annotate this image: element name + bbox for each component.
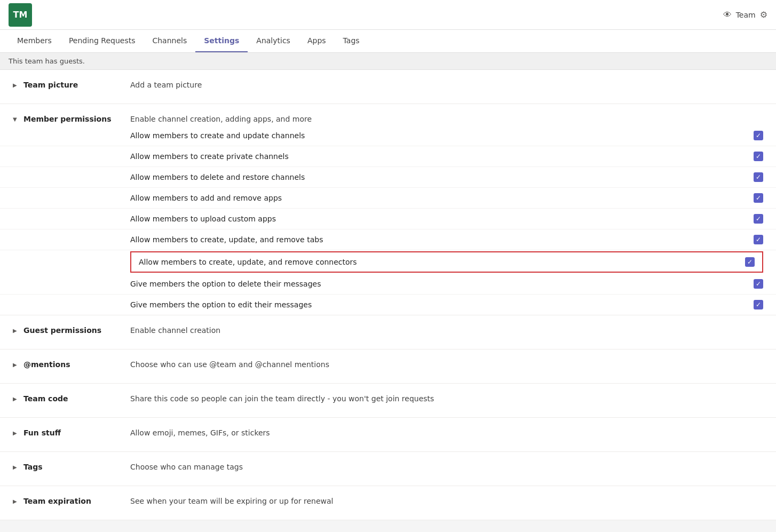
check-icon-5: ✓ (756, 215, 761, 223)
team-picture-title: Team picture (23, 81, 78, 89)
team-code-toggle[interactable]: ▶ Team code (13, 394, 130, 403)
section-team-picture: ▶ Team picture Add a team picture (0, 70, 776, 104)
tab-analytics[interactable]: Analytics (248, 30, 299, 52)
member-permissions-title: Member permissions (23, 115, 112, 123)
check-icon-9: ✓ (756, 301, 761, 308)
mentions-toggle[interactable]: ▶ @mentions (13, 360, 130, 369)
perm-checkbox-7[interactable]: ✓ (745, 257, 755, 267)
perm-checkbox-1[interactable]: ✓ (754, 131, 763, 140)
guest-permissions-toggle[interactable]: ▶ Guest permissions (13, 326, 130, 335)
main-content: ▶ Team picture Add a team picture ▼ Memb… (0, 70, 776, 520)
arrow-right-icon-guest: ▶ (13, 328, 19, 334)
arrow-right-icon: ▶ (13, 82, 19, 88)
app-header: TM 👁 Team ⚙ (0, 0, 776, 30)
perm-row-7: Allow members to create, update, and rem… (130, 251, 763, 273)
check-icon-2: ✓ (756, 153, 761, 160)
check-icon-4: ✓ (756, 194, 761, 202)
check-icon-7: ✓ (747, 258, 753, 266)
arrow-right-icon-teamcode: ▶ (13, 396, 19, 402)
avatar[interactable]: TM (9, 3, 32, 27)
arrow-right-icon-funstuff: ▶ (13, 430, 19, 436)
perm-row-4: Allow members to add and remove apps ✓ (0, 188, 776, 209)
team-picture-toggle[interactable]: ▶ Team picture (13, 81, 130, 89)
perm-label-8: Give members the option to delete their … (130, 280, 754, 288)
perm-label-3: Allow members to delete and restore chan… (130, 173, 754, 181)
perm-checkbox-2[interactable]: ✓ (754, 152, 763, 161)
perm-checkbox-6[interactable]: ✓ (754, 235, 763, 244)
tab-apps[interactable]: Apps (299, 30, 335, 52)
perm-label-5: Allow members to upload custom apps (130, 215, 754, 223)
perm-label-4: Allow members to add and remove apps (130, 194, 754, 202)
team-expiration-toggle[interactable]: ▶ Team expiration (13, 497, 130, 505)
fun-stuff-toggle[interactable]: ▶ Fun stuff (13, 428, 130, 437)
fun-stuff-description: Allow emoji, memes, GIFs, or stickers (130, 428, 763, 437)
header-right: 👁 Team ⚙ (723, 10, 767, 20)
perm-row-3: Allow members to delete and restore chan… (0, 167, 776, 188)
arrow-right-icon-mentions: ▶ (13, 362, 19, 368)
tab-pending-requests[interactable]: Pending Requests (60, 30, 144, 52)
team-picture-description: Add a team picture (130, 81, 763, 89)
perm-label-1: Allow members to create and update chann… (130, 131, 754, 140)
perm-label-9: Give members the option to edit their me… (130, 300, 754, 309)
guest-permissions-title: Guest permissions (23, 326, 101, 335)
team-label: Team (736, 11, 756, 19)
member-permissions-toggle[interactable]: ▼ Member permissions (13, 115, 130, 123)
mentions-title: @mentions (23, 360, 70, 369)
perm-row-6: Allow members to create, update, and rem… (0, 229, 776, 250)
check-icon-3: ✓ (756, 173, 761, 181)
mentions-description: Choose who can use @team and @channel me… (130, 360, 763, 369)
tags-description: Choose who can manage tags (130, 463, 763, 471)
perm-label-7: Allow members to create, update, and rem… (139, 258, 745, 266)
perm-checkbox-3[interactable]: ✓ (754, 172, 763, 182)
guest-permissions-description: Enable channel creation (130, 326, 763, 335)
notice-text: This team has guests. (9, 57, 85, 65)
notice-bar: This team has guests. (0, 53, 776, 70)
section-tags: ▶ Tags Choose who can manage tags (0, 452, 776, 486)
section-mentions: ▶ @mentions Choose who can use @team and… (0, 350, 776, 384)
tab-channels[interactable]: Channels (144, 30, 195, 52)
tags-title: Tags (23, 463, 43, 471)
member-permissions-description: Enable channel creation, adding apps, an… (130, 115, 763, 123)
nav-tabs: Members Pending Requests Channels Settin… (0, 30, 776, 53)
section-member-permissions-header: ▼ Member permissions Enable channel crea… (0, 104, 776, 125)
team-expiration-description: See when your team will be expiring or u… (130, 497, 763, 505)
perm-row-5: Allow members to upload custom apps ✓ (0, 209, 776, 229)
perm-checkbox-4[interactable]: ✓ (754, 193, 763, 203)
section-fun-stuff: ▶ Fun stuff Allow emoji, memes, GIFs, or… (0, 418, 776, 452)
perm-row-9: Give members the option to edit their me… (0, 295, 776, 315)
team-code-description: Share this code so people can join the t… (130, 394, 763, 403)
perm-row-1: Allow members to create and update chann… (0, 125, 776, 146)
tags-toggle[interactable]: ▶ Tags (13, 463, 130, 471)
perm-checkbox-5[interactable]: ✓ (754, 214, 763, 224)
check-icon-8: ✓ (756, 280, 761, 288)
settings-icon[interactable]: ⚙ (760, 10, 767, 20)
perm-checkbox-8[interactable]: ✓ (754, 279, 763, 289)
check-icon-1: ✓ (756, 132, 761, 139)
arrow-down-icon: ▼ (13, 116, 19, 122)
fun-stuff-title: Fun stuff (23, 428, 61, 437)
perm-row-8: Give members the option to delete their … (0, 274, 776, 295)
member-permissions-subitems: Allow members to create and update chann… (0, 125, 776, 315)
perm-label-2: Allow members to create private channels (130, 152, 754, 161)
section-team-code: ▶ Team code Share this code so people ca… (0, 384, 776, 418)
section-guest-permissions: ▶ Guest permissions Enable channel creat… (0, 315, 776, 350)
tab-members[interactable]: Members (9, 30, 60, 52)
tab-settings[interactable]: Settings (195, 30, 248, 52)
perm-row-2: Allow members to create private channels… (0, 146, 776, 167)
arrow-right-icon-expiration: ▶ (13, 498, 19, 504)
check-icon-6: ✓ (756, 236, 761, 243)
section-team-expiration: ▶ Team expiration See when your team wil… (0, 486, 776, 520)
tab-tags[interactable]: Tags (335, 30, 368, 52)
team-code-title: Team code (23, 394, 68, 403)
perm-label-6: Allow members to create, update, and rem… (130, 235, 754, 244)
perm-checkbox-9[interactable]: ✓ (754, 300, 763, 309)
team-expiration-title: Team expiration (23, 497, 91, 505)
eye-icon: 👁 (723, 10, 732, 20)
arrow-right-icon-tags: ▶ (13, 464, 19, 470)
